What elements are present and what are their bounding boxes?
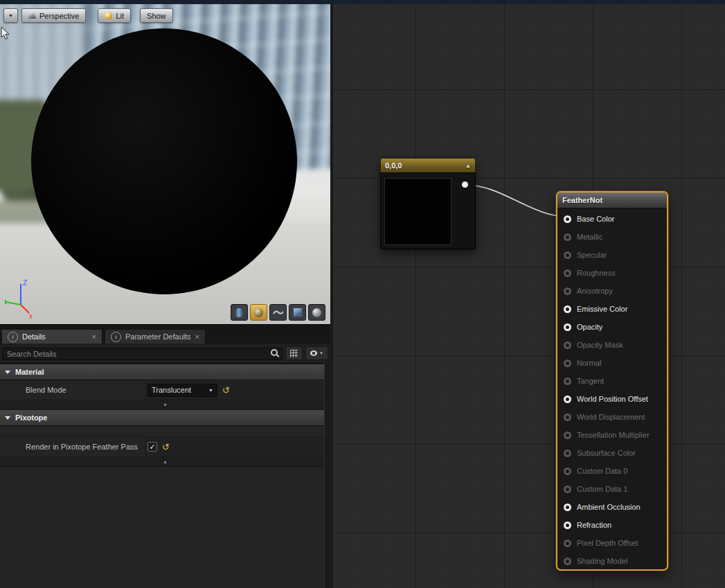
scrollbar-track[interactable] <box>324 362 330 588</box>
input-pin-icon[interactable] <box>564 413 571 421</box>
reset-to-default-icon[interactable]: ↺ <box>222 386 230 395</box>
show-button[interactable]: Show <box>140 8 173 23</box>
view-options-button[interactable]: ▼ <box>305 346 328 360</box>
input-pin-label: Base Color <box>577 215 614 223</box>
input-pin-label: Pixel Depth Offset <box>577 539 638 547</box>
blend-mode-dropdown[interactable]: Translucent ▼ <box>147 384 217 397</box>
details-empty-area <box>0 467 330 588</box>
input-pin-icon[interactable] <box>564 449 571 457</box>
input-pin-icon[interactable] <box>564 359 571 367</box>
material-input-pins: Base ColorMetallicSpecularRoughnessAniso… <box>557 208 667 570</box>
grid-icon <box>290 350 298 357</box>
preview-shape-plane-button[interactable] <box>269 304 287 321</box>
info-icon: i <box>8 332 18 342</box>
input-pin-icon[interactable] <box>564 251 571 259</box>
input-pin-label: Custom Data 1 <box>577 485 627 493</box>
details-panel: i Details × i Parameter Defaults × ▼ <box>0 324 330 588</box>
material-input-row: Tangent <box>564 372 667 390</box>
material-input-row: Ambient Occlusion <box>564 498 667 516</box>
material-input-row: Opacity <box>564 318 667 336</box>
expanded-arrow-icon <box>5 416 10 420</box>
viewport-options-dropdown[interactable]: ▼ <box>3 8 18 23</box>
input-pin-label: Roughness <box>577 269 616 277</box>
input-pin-label: Opacity <box>577 323 602 331</box>
input-pin-icon[interactable] <box>564 305 571 313</box>
input-pin-label: World Displacement <box>577 413 645 421</box>
input-pin-icon[interactable] <box>564 341 571 349</box>
input-pin-icon[interactable] <box>564 233 571 241</box>
material-graph-canvas[interactable]: 0,0,0 ▲ FeatherNot Base ColorMetallicSpe… <box>333 4 725 588</box>
input-pin-icon[interactable] <box>564 377 571 385</box>
close-tab-icon[interactable]: × <box>92 332 96 341</box>
tab-details[interactable]: i Details × <box>1 329 102 344</box>
input-pin-icon[interactable] <box>564 504 571 511</box>
input-pin-icon[interactable] <box>564 323 571 331</box>
section-header-pixotope[interactable]: Pixotope <box>0 410 330 426</box>
preview-shape-sphere-button[interactable] <box>250 304 267 321</box>
blend-mode-value: Translucent <box>152 386 191 394</box>
input-pin-label: Metallic <box>577 233 602 241</box>
blend-mode-row: Blend Mode Translucent ▼ ↺ <box>0 380 330 400</box>
collapse-node-icon[interactable]: ▲ <box>465 163 471 169</box>
property-matrix-button[interactable] <box>285 346 303 360</box>
input-pin-label: Tessellation Multiplier <box>577 431 650 439</box>
details-search-row: ▼ <box>0 344 330 364</box>
material-result-node[interactable]: FeatherNot Base ColorMetallicSpecularRou… <box>556 191 668 571</box>
close-tab-icon[interactable]: × <box>195 332 199 341</box>
result-node-title: FeatherNot <box>557 193 667 208</box>
material-input-row: Metallic <box>564 228 667 246</box>
input-pin-label: Custom Data 0 <box>577 467 627 475</box>
input-pin-icon[interactable] <box>564 215 571 223</box>
input-pin-icon[interactable] <box>564 522 571 529</box>
material-input-row: World Displacement <box>564 408 667 426</box>
input-pin-label: Ambient Occlusion <box>577 503 641 511</box>
preview-sphere <box>31 28 297 294</box>
lit-icon <box>105 12 112 19</box>
preview-shape-cube-button[interactable] <box>289 304 306 321</box>
spacer-row <box>0 426 330 437</box>
search-details-input[interactable] <box>2 348 283 360</box>
pixotope-collapse-expander[interactable]: ▲ <box>0 457 330 467</box>
input-pin-icon[interactable] <box>564 467 571 475</box>
output-pin[interactable] <box>462 181 468 188</box>
show-label: Show <box>147 12 166 20</box>
input-pin-icon[interactable] <box>564 395 571 403</box>
eye-icon <box>310 350 317 356</box>
input-pin-icon[interactable] <box>564 269 571 277</box>
input-pin-label: Specular <box>577 251 607 259</box>
axis-gizmo: Z x <box>1 277 43 320</box>
material-input-row: Specular <box>564 246 667 264</box>
input-pin-icon[interactable] <box>564 540 571 547</box>
preview-shape-mesh-button[interactable] <box>308 304 325 321</box>
feather-pass-label: Render in Pixotope Feather Pass <box>0 437 146 456</box>
material-input-row: Shading Model <box>564 552 667 570</box>
input-pin-icon[interactable] <box>564 431 571 439</box>
reset-to-default-icon[interactable]: ↺ <box>162 443 170 452</box>
mesh-icon <box>312 308 321 317</box>
material-input-row: Tessellation Multiplier <box>564 426 667 444</box>
preview-shape-cylinder-button[interactable] <box>231 304 248 321</box>
input-pin-label: World Position Offset <box>577 395 648 403</box>
material-input-row: Refraction <box>564 516 667 534</box>
material-preview-viewport[interactable]: ▼ Perspective Lit Show Z x <box>0 4 330 324</box>
section-header-material[interactable]: Material <box>0 364 330 380</box>
tab-parameter-defaults-label: Parameter Defaults <box>125 332 190 341</box>
blend-mode-label: Blend Mode <box>0 380 146 400</box>
cylinder-icon <box>235 308 243 317</box>
material-input-row: Custom Data 0 <box>564 462 667 480</box>
axis-z-label: Z <box>23 279 27 287</box>
input-pin-icon[interactable] <box>564 485 571 493</box>
chevron-up-icon: ▲ <box>163 459 168 464</box>
material-advanced-expander[interactable]: ▼ <box>0 400 330 410</box>
input-pin-label: Tangent <box>577 377 604 385</box>
perspective-button[interactable]: Perspective <box>21 8 86 23</box>
cube-icon <box>294 308 302 317</box>
chevron-down-icon: ▼ <box>208 388 213 393</box>
constant-color-node[interactable]: 0,0,0 ▲ <box>380 158 476 249</box>
feather-pass-checkbox[interactable]: ✓ <box>147 442 157 452</box>
mouse-cursor <box>1 26 10 40</box>
input-pin-icon[interactable] <box>564 287 571 295</box>
tab-parameter-defaults[interactable]: i Parameter Defaults × <box>105 329 206 344</box>
input-pin-icon[interactable] <box>564 558 571 565</box>
lit-button[interactable]: Lit <box>98 8 131 23</box>
